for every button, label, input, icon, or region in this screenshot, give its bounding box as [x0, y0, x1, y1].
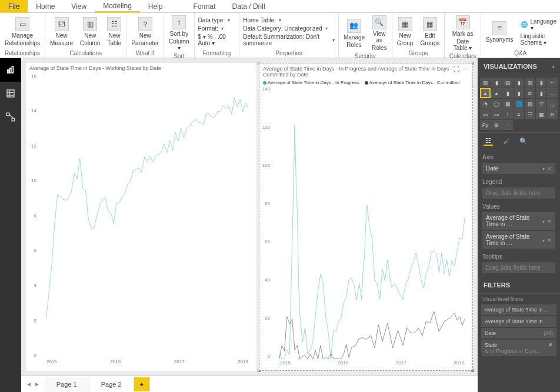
default-summarization-dropdown[interactable]: Default Summarization: Don't summarize: [243, 33, 335, 46]
nav-model[interactable]: [0, 105, 21, 129]
values-field-2[interactable]: Average of State Time in … ▾✕: [482, 231, 555, 249]
viz-line[interactable]: 〰: [547, 78, 558, 88]
fields-tab-icon[interactable]: ☷: [484, 136, 493, 146]
format-tools[interactable]: $ ▾ % , .00 Auto ▾: [198, 33, 236, 46]
nav-data[interactable]: [0, 82, 21, 105]
viz-line-stacked[interactable]: ▮: [502, 88, 513, 98]
format-dropdown[interactable]: Format:: [198, 25, 236, 32]
viz-slicer[interactable]: ≡: [514, 109, 524, 119]
filter-item[interactable]: Average of State Time in ...: [481, 304, 556, 315]
analytics-tab-icon[interactable]: 🔍: [519, 136, 528, 146]
tooltips-well[interactable]: Drag data fields here: [482, 262, 555, 273]
viz-waterfall[interactable]: ▮: [536, 88, 546, 98]
page-tab-2[interactable]: Page 2: [89, 377, 134, 391]
values-field-1[interactable]: Average of State Time in … ▾✕: [482, 212, 555, 230]
viz-arcgis[interactable]: ⊕: [491, 120, 502, 130]
viz-clustered-bar[interactable]: ▤: [502, 78, 513, 88]
viz-import[interactable]: ⋯: [502, 120, 513, 130]
manage-relationships-button[interactable]: ▭ Manage Relationships: [4, 16, 41, 48]
more-options-icon[interactable]: ⋯: [463, 66, 469, 78]
chevron-down-icon[interactable]: ▾: [542, 166, 545, 172]
viz-ribbon[interactable]: ≋: [525, 88, 535, 98]
add-page-button[interactable]: +: [134, 377, 150, 391]
viz-r[interactable]: R: [547, 109, 558, 119]
new-measure-button[interactable]: 🗠NewMeasure: [49, 16, 74, 48]
viz-multi-card[interactable]: ▭: [491, 109, 502, 119]
viz-scatter[interactable]: ∴: [547, 88, 558, 98]
view-as-roles-button[interactable]: 🔍View asRoles: [371, 14, 388, 52]
format-tab-icon[interactable]: 🖌: [501, 136, 511, 146]
remove-icon[interactable]: ✕: [547, 237, 552, 243]
filter-item[interactable]: Average of State Time in ...: [481, 316, 556, 327]
edit-groups-button[interactable]: ▦EditGroups: [419, 16, 441, 48]
data-type-dropdown[interactable]: Data type:: [198, 17, 236, 24]
viz-100-column[interactable]: ▮: [536, 78, 546, 88]
manage-roles-button[interactable]: 👥ManageRoles: [342, 18, 366, 49]
menu-modeling[interactable]: Modeling: [95, 0, 140, 12]
synonyms-button[interactable]: ≡Synonyms: [485, 20, 515, 44]
remove-icon[interactable]: ✕: [547, 219, 552, 225]
page-prev-icon[interactable]: ◄: [26, 381, 32, 387]
page-tab-1[interactable]: Page 1: [45, 377, 89, 391]
viz-matrix[interactable]: ▦: [536, 109, 546, 119]
home-table-dropdown[interactable]: Home Table:: [243, 17, 335, 24]
chart-in-progress-committed[interactable]: Average of State Time in Days - In Progr…: [259, 63, 473, 371]
page-tabs: ◄ ► Page 1 Page 2 +: [21, 376, 478, 392]
new-column-button[interactable]: ▥NewColumn: [79, 16, 101, 48]
filter-item-state[interactable]: State ✕ is In Progress or Com...: [481, 340, 556, 356]
nav-report[interactable]: [0, 58, 21, 82]
viz-filled-map[interactable]: ▧: [525, 99, 535, 109]
svg-rect-0: [8, 70, 9, 73]
viz-table[interactable]: ☷: [525, 109, 535, 119]
filters-pane-header[interactable]: FILTERS: [478, 277, 560, 294]
filter-item[interactable]: Date(All): [481, 328, 556, 339]
chevron-down-icon[interactable]: ▾: [542, 238, 545, 243]
viz-100-bar[interactable]: ▥: [525, 78, 535, 88]
menu-view[interactable]: View: [63, 0, 95, 12]
new-group-button[interactable]: ▦NewGroup: [396, 16, 415, 48]
viz-clustered-column[interactable]: ▮: [514, 78, 524, 88]
viz-funnel[interactable]: ▽: [536, 99, 546, 109]
resize-handle[interactable]: [258, 62, 261, 65]
mark-date-table-button[interactable]: 📅Mark asDate Table ▾: [448, 14, 477, 52]
remove-icon[interactable]: ✕: [547, 166, 552, 172]
menu-home[interactable]: Home: [28, 0, 63, 12]
field-wells: Axis Date ▾✕ Legend Drag data fields her…: [478, 148, 560, 277]
viz-python[interactable]: Py: [480, 120, 491, 130]
relationships-icon: ▭: [15, 17, 29, 31]
viz-pane-header[interactable]: VISUALIZATIONS ›: [478, 58, 560, 75]
legend-well[interactable]: Drag data fields here: [482, 187, 555, 199]
viz-donut[interactable]: ◯: [491, 99, 502, 109]
menu-format[interactable]: Format: [185, 0, 224, 12]
viz-stacked-area[interactable]: ▲: [491, 88, 502, 98]
sort-by-column-button[interactable]: ↕Sort byColumn ▾: [168, 14, 190, 52]
viz-line-clustered[interactable]: ▮: [514, 88, 524, 98]
remove-filter-icon[interactable]: ✕: [548, 342, 553, 348]
viz-area[interactable]: ▲: [480, 88, 491, 98]
viz-map[interactable]: 🌐: [514, 99, 524, 109]
page-next-icon[interactable]: ►: [34, 381, 40, 387]
language-dropdown[interactable]: 🌐 Language ▾: [521, 18, 557, 31]
viz-card[interactable]: ▭: [480, 109, 491, 119]
focus-mode-icon[interactable]: ⛶: [454, 66, 459, 78]
menu-data-drill[interactable]: Data / Drill: [224, 0, 274, 12]
chevron-down-icon[interactable]: ▾: [542, 219, 545, 225]
chart-title: Average of State Time in Days - In Progr…: [263, 66, 454, 78]
viz-treemap[interactable]: ▦: [502, 99, 513, 109]
resize-handle[interactable]: [471, 62, 474, 65]
linguistic-schema-dropdown[interactable]: Linguistic Schema ▾: [521, 33, 557, 46]
menu-help[interactable]: Help: [140, 0, 171, 12]
viz-stacked-bar[interactable]: ▥: [480, 78, 491, 88]
viz-pie[interactable]: ◔: [480, 99, 491, 109]
viz-stacked-column[interactable]: ▮: [491, 78, 502, 88]
svg-line-9: [9, 115, 14, 119]
label: Manage: [12, 32, 33, 39]
new-parameter-button[interactable]: ？NewParameter: [130, 16, 160, 48]
chart-working-states[interactable]: Average of State Time in Days - Working …: [26, 63, 256, 371]
viz-gauge[interactable]: ◡: [547, 99, 558, 109]
data-category-dropdown[interactable]: Data Category: Uncategorized: [243, 25, 335, 32]
new-table-button[interactable]: ☷NewTable: [106, 16, 122, 48]
viz-kpi[interactable]: !: [502, 109, 513, 119]
axis-field[interactable]: Date ▾✕: [482, 163, 555, 174]
menu-file[interactable]: File: [0, 0, 28, 12]
